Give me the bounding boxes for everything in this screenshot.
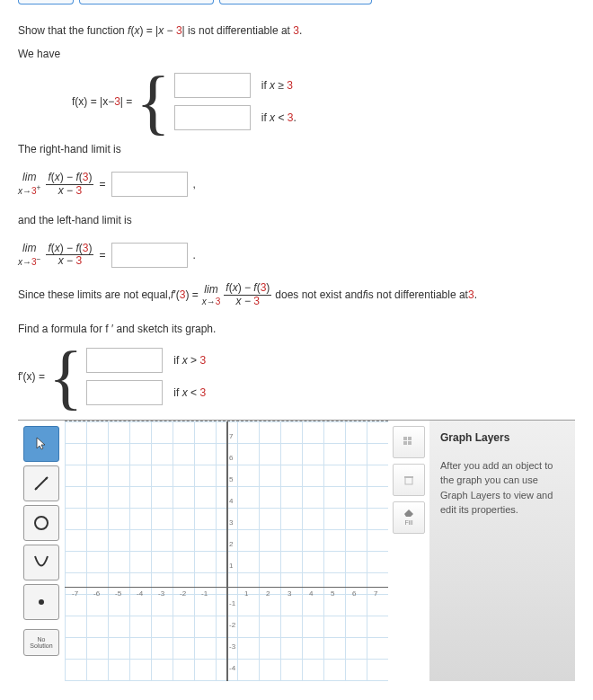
- tab-ask-teacher[interactable]: [79, 0, 214, 4]
- layers-help-text: After you add an object to the graph you…: [440, 458, 564, 518]
- right-limit-text: The right-hand limit is: [18, 141, 575, 157]
- tool-pointer[interactable]: [23, 426, 59, 462]
- svg-rect-6: [408, 437, 412, 440]
- layers-title: Graph Layers: [440, 431, 564, 444]
- tool-no-solution[interactable]: No Solution: [23, 629, 59, 656]
- graph-layers-panel: Graph Layers After you add an object to …: [429, 421, 575, 681]
- left-brace-2: {: [49, 355, 83, 398]
- tool-point[interactable]: [23, 584, 59, 620]
- tab-practice[interactable]: [219, 0, 372, 4]
- svg-line-0: [35, 477, 48, 490]
- fp-case2-input[interactable]: [86, 380, 163, 405]
- tool-parabola[interactable]: [23, 545, 59, 580]
- tool-grid[interactable]: [393, 426, 425, 458]
- svg-point-3: [35, 517, 48, 529]
- right-limit-input[interactable]: [111, 172, 188, 197]
- tool-delete[interactable]: [393, 464, 425, 496]
- left-brace: {: [136, 80, 170, 123]
- tool-circle[interactable]: [23, 505, 59, 541]
- svg-rect-7: [403, 441, 407, 445]
- svg-point-4: [39, 599, 44, 605]
- fx-eq: f: [72, 95, 75, 108]
- svg-rect-9: [405, 477, 412, 484]
- graph-right-tools: Fill: [388, 421, 429, 681]
- tool-fill[interactable]: Fill: [393, 501, 425, 534]
- fp-case1-input[interactable]: [86, 348, 163, 373]
- case1-input[interactable]: [174, 73, 251, 98]
- problem-content: Show that the function f(x) = |x − 3| is…: [0, 4, 593, 699]
- graph-toolbar: No Solution: [18, 421, 65, 681]
- we-have: We have: [18, 46, 575, 62]
- tab-notes[interactable]: [18, 0, 74, 4]
- svg-rect-8: [408, 441, 412, 445]
- left-limit-input[interactable]: [111, 243, 188, 268]
- f: f: [128, 24, 130, 37]
- find-formula-text: Find a formula for f ′ and sketch its gr…: [18, 321, 575, 337]
- graph-canvas[interactable]: 7 6 5 4 3 2 1 -1 -2 -3 -4 -7 -6 -5 -4 -3…: [65, 421, 388, 681]
- left-limit-text: and the left-hand limit is: [18, 212, 575, 228]
- intro-prefix: Show that the function: [18, 24, 128, 37]
- tool-line[interactable]: [23, 465, 59, 501]
- case2-input[interactable]: [174, 105, 251, 130]
- svg-rect-5: [403, 437, 407, 440]
